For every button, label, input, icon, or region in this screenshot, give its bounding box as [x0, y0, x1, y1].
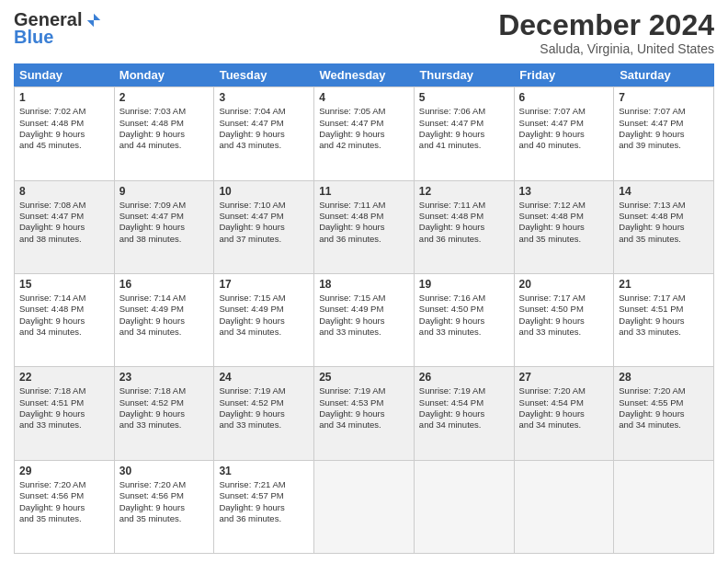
day-number: 20	[519, 277, 609, 292]
cell-info: Sunrise: 7:15 AM Sunset: 4:49 PM Dayligh…	[319, 293, 409, 338]
day-number: 8	[19, 184, 109, 199]
calendar-cell: 16Sunrise: 7:14 AM Sunset: 4:49 PM Dayli…	[115, 274, 215, 366]
calendar-cell: 13Sunrise: 7:12 AM Sunset: 4:48 PM Dayli…	[515, 181, 615, 273]
day-number: 7	[619, 90, 709, 105]
day-number: 13	[519, 184, 609, 199]
calendar-cell: 24Sunrise: 7:19 AM Sunset: 4:52 PM Dayli…	[214, 367, 314, 459]
calendar-row-1: 1Sunrise: 7:02 AM Sunset: 4:48 PM Daylig…	[14, 86, 714, 179]
calendar-row-3: 15Sunrise: 7:14 AM Sunset: 4:48 PM Dayli…	[14, 273, 714, 366]
day-number: 18	[319, 277, 409, 292]
header-day-sunday: Sunday	[14, 63, 114, 86]
calendar-cell: 21Sunrise: 7:17 AM Sunset: 4:51 PM Dayli…	[614, 274, 714, 366]
calendar-cell: 11Sunrise: 7:11 AM Sunset: 4:48 PM Dayli…	[314, 181, 415, 273]
calendar-cell: 18Sunrise: 7:15 AM Sunset: 4:49 PM Dayli…	[314, 274, 415, 366]
cell-info: Sunrise: 7:18 AM Sunset: 4:51 PM Dayligh…	[19, 385, 109, 431]
calendar: SundayMondayTuesdayWednesdayThursdayFrid…	[14, 63, 714, 554]
cell-info: Sunrise: 7:11 AM Sunset: 4:48 PM Dayligh…	[319, 200, 409, 245]
calendar-cell: 22Sunrise: 7:18 AM Sunset: 4:51 PM Dayli…	[15, 367, 115, 459]
cell-info: Sunrise: 7:13 AM Sunset: 4:48 PM Dayligh…	[619, 200, 709, 245]
day-number: 24	[219, 370, 309, 385]
cell-info: Sunrise: 7:20 AM Sunset: 4:54 PM Dayligh…	[519, 385, 609, 431]
calendar-body: 1Sunrise: 7:02 AM Sunset: 4:48 PM Daylig…	[14, 86, 714, 554]
header-day-monday: Monday	[114, 63, 214, 86]
day-number: 15	[19, 277, 109, 292]
cell-info: Sunrise: 7:12 AM Sunset: 4:48 PM Dayligh…	[519, 200, 609, 245]
calendar-cell: 10Sunrise: 7:10 AM Sunset: 4:47 PM Dayli…	[214, 181, 314, 273]
day-number: 4	[319, 90, 409, 105]
calendar-cell: 30Sunrise: 7:20 AM Sunset: 4:56 PM Dayli…	[115, 461, 215, 553]
calendar-cell: 15Sunrise: 7:14 AM Sunset: 4:48 PM Dayli…	[15, 274, 115, 366]
calendar-cell: 7Sunrise: 7:07 AM Sunset: 4:47 PM Daylig…	[614, 87, 714, 179]
header-day-thursday: Thursday	[414, 63, 514, 86]
day-number: 26	[419, 370, 509, 385]
calendar-cell: 29Sunrise: 7:20 AM Sunset: 4:56 PM Dayli…	[15, 461, 115, 553]
cell-info: Sunrise: 7:18 AM Sunset: 4:52 PM Dayligh…	[119, 385, 210, 431]
day-number: 28	[619, 370, 709, 385]
calendar-cell: 9Sunrise: 7:09 AM Sunset: 4:47 PM Daylig…	[115, 181, 215, 273]
calendar-row-4: 22Sunrise: 7:18 AM Sunset: 4:51 PM Dayli…	[14, 366, 714, 459]
cell-info: Sunrise: 7:10 AM Sunset: 4:47 PM Dayligh…	[219, 200, 309, 245]
day-number: 6	[519, 90, 609, 105]
day-number: 27	[519, 370, 609, 385]
calendar-cell	[614, 461, 714, 553]
cell-info: Sunrise: 7:03 AM Sunset: 4:48 PM Dayligh…	[119, 106, 210, 151]
day-number: 25	[319, 370, 409, 385]
cell-info: Sunrise: 7:17 AM Sunset: 4:51 PM Dayligh…	[619, 293, 709, 338]
calendar-cell: 19Sunrise: 7:16 AM Sunset: 4:50 PM Dayli…	[415, 274, 515, 366]
day-number: 29	[19, 464, 109, 478]
calendar-row-2: 8Sunrise: 7:08 AM Sunset: 4:47 PM Daylig…	[14, 180, 714, 273]
cell-info: Sunrise: 7:20 AM Sunset: 4:55 PM Dayligh…	[619, 385, 709, 431]
day-number: 12	[419, 184, 509, 199]
day-number: 14	[619, 184, 709, 199]
cell-info: Sunrise: 7:21 AM Sunset: 4:57 PM Dayligh…	[219, 479, 309, 524]
cell-info: Sunrise: 7:02 AM Sunset: 4:48 PM Dayligh…	[19, 106, 109, 151]
day-number: 23	[119, 370, 210, 385]
day-number: 19	[419, 277, 509, 292]
day-number: 21	[619, 277, 709, 292]
header-day-tuesday: Tuesday	[214, 63, 314, 86]
header-day-saturday: Saturday	[614, 63, 714, 86]
calendar-cell	[515, 461, 615, 553]
cell-info: Sunrise: 7:09 AM Sunset: 4:47 PM Dayligh…	[119, 200, 210, 245]
calendar-cell: 12Sunrise: 7:11 AM Sunset: 4:48 PM Dayli…	[415, 181, 515, 273]
calendar-cell: 17Sunrise: 7:15 AM Sunset: 4:49 PM Dayli…	[214, 274, 314, 366]
calendar-cell: 1Sunrise: 7:02 AM Sunset: 4:48 PM Daylig…	[15, 87, 115, 179]
logo: General Blue	[14, 9, 102, 48]
cell-info: Sunrise: 7:05 AM Sunset: 4:47 PM Dayligh…	[319, 106, 409, 151]
cell-info: Sunrise: 7:07 AM Sunset: 4:47 PM Dayligh…	[519, 106, 609, 151]
location: Saluda, Virginia, United States	[498, 41, 714, 56]
calendar-cell	[314, 461, 415, 553]
cell-info: Sunrise: 7:20 AM Sunset: 4:56 PM Dayligh…	[119, 479, 210, 524]
calendar-cell: 28Sunrise: 7:20 AM Sunset: 4:55 PM Dayli…	[614, 367, 714, 459]
calendar-cell: 5Sunrise: 7:06 AM Sunset: 4:47 PM Daylig…	[415, 87, 515, 179]
calendar-cell: 14Sunrise: 7:13 AM Sunset: 4:48 PM Dayli…	[614, 181, 714, 273]
day-number: 10	[219, 184, 309, 199]
cell-info: Sunrise: 7:14 AM Sunset: 4:49 PM Dayligh…	[119, 293, 210, 338]
calendar-cell: 27Sunrise: 7:20 AM Sunset: 4:54 PM Dayli…	[515, 367, 615, 459]
cell-info: Sunrise: 7:07 AM Sunset: 4:47 PM Dayligh…	[619, 106, 709, 151]
logo-blue: Blue	[14, 27, 53, 48]
day-number: 17	[219, 277, 309, 292]
month-title: December 2024	[498, 9, 714, 41]
calendar-cell: 25Sunrise: 7:19 AM Sunset: 4:53 PM Dayli…	[314, 367, 415, 459]
page: General Blue December 2024 Saluda, Virgi…	[0, 0, 728, 563]
day-number: 5	[419, 90, 509, 105]
day-number: 3	[219, 90, 309, 105]
day-number: 31	[219, 464, 309, 478]
logo-icon	[85, 12, 102, 29]
day-number: 11	[319, 184, 409, 199]
calendar-cell: 8Sunrise: 7:08 AM Sunset: 4:47 PM Daylig…	[15, 181, 115, 273]
calendar-cell: 31Sunrise: 7:21 AM Sunset: 4:57 PM Dayli…	[214, 461, 314, 553]
calendar-cell: 3Sunrise: 7:04 AM Sunset: 4:47 PM Daylig…	[214, 87, 314, 179]
cell-info: Sunrise: 7:19 AM Sunset: 4:53 PM Dayligh…	[319, 385, 409, 431]
day-number: 22	[19, 370, 109, 385]
calendar-cell: 23Sunrise: 7:18 AM Sunset: 4:52 PM Dayli…	[115, 367, 215, 459]
cell-info: Sunrise: 7:19 AM Sunset: 4:52 PM Dayligh…	[219, 385, 309, 431]
calendar-cell: 6Sunrise: 7:07 AM Sunset: 4:47 PM Daylig…	[515, 87, 615, 179]
cell-info: Sunrise: 7:20 AM Sunset: 4:56 PM Dayligh…	[19, 479, 109, 524]
day-number: 30	[119, 464, 210, 478]
cell-info: Sunrise: 7:14 AM Sunset: 4:48 PM Dayligh…	[19, 293, 109, 338]
cell-info: Sunrise: 7:11 AM Sunset: 4:48 PM Dayligh…	[419, 200, 509, 245]
day-number: 1	[19, 90, 109, 105]
cell-info: Sunrise: 7:17 AM Sunset: 4:50 PM Dayligh…	[519, 293, 609, 338]
